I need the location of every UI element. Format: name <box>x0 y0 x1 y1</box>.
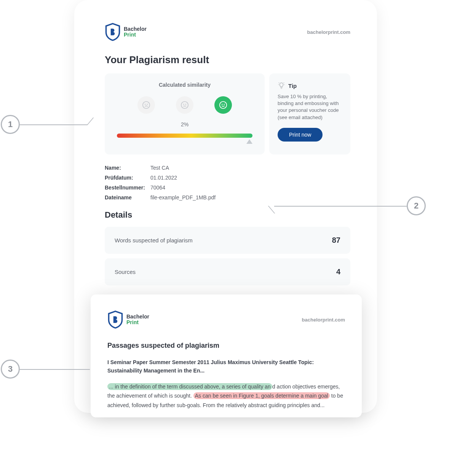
brand-logo-2: Bachelor Print <box>107 310 149 329</box>
stat-words-label: Words suspected of plagiarism <box>115 237 193 244</box>
meta-value-name: Test CA <box>150 165 169 171</box>
similarity-marker-icon <box>246 139 252 144</box>
seminar-info: I Seminar Paper Summer Semester 2011 Jul… <box>107 358 345 375</box>
meta-value-order: 70064 <box>150 185 165 191</box>
brand-name-2: Bachelor Print <box>126 314 149 325</box>
report-header: Bachelor Print bachelorprint.com <box>105 23 350 41</box>
stat-sources-value: 4 <box>336 267 340 276</box>
svg-point-7 <box>222 104 222 105</box>
similarity-marker-row <box>117 139 252 146</box>
face-happy-icon <box>214 96 232 114</box>
stat-sources: Sources 4 <box>105 258 350 285</box>
logo-shield-icon <box>107 310 123 329</box>
svg-point-3 <box>181 102 188 108</box>
tip-heading: Tip <box>288 83 297 89</box>
lightbulb-icon <box>278 82 285 89</box>
passages-card: Bachelor Print bachelorprint.com Passage… <box>91 294 362 417</box>
tip-heading-row: Tip <box>278 82 342 89</box>
page-title: Your Plagiarism result <box>105 54 350 66</box>
annotation-badge-3: 3 <box>1 360 20 379</box>
svg-point-8 <box>224 104 224 105</box>
excerpt-highlight-red: As can be seen in Figure 1, goals determ… <box>193 392 330 399</box>
brand-name2-line2: Print <box>126 320 149 325</box>
seminar-line1: I Seminar Paper Summer Semester 2011 Jul… <box>107 359 314 365</box>
meta-value-date: 01.01.2022 <box>150 175 177 181</box>
svg-point-5 <box>185 104 186 105</box>
svg-point-4 <box>184 104 184 105</box>
meta-value-file: file-example_PDF_1MB.pdf <box>150 194 216 201</box>
print-now-button[interactable]: Print now <box>278 128 323 142</box>
similarity-gradient-bar <box>117 134 252 138</box>
stat-sources-label: Sources <box>115 269 136 275</box>
annotation-badge-1: 1 <box>1 115 20 134</box>
svg-point-1 <box>145 104 145 105</box>
site-url-2: bachelorprint.com <box>302 317 345 323</box>
meta-label-name: Name: <box>105 165 150 171</box>
tip-panel: Tip Save 10 % by printing, binding and e… <box>269 73 350 154</box>
similarity-label: Calculated similarity <box>115 82 255 88</box>
meta-table: Name: Test CA Prüfdatum: 01.01.2022 Best… <box>105 163 350 202</box>
logo-shield-icon <box>105 23 121 41</box>
svg-point-0 <box>143 102 150 108</box>
seminar-line2: Sustainability Management in the En... <box>107 368 204 374</box>
annotation-badge-2: 2 <box>407 196 426 215</box>
excerpt-text: ... in the definition of the term discus… <box>107 382 345 410</box>
svg-point-2 <box>147 104 147 105</box>
similarity-panel: Calculated similarity <box>105 73 265 154</box>
meta-label-date: Prüfdatum: <box>105 175 150 181</box>
meta-label-order: Bestellnummer: <box>105 185 150 191</box>
tip-text: Save 10 % by printing, binding and embos… <box>278 93 342 121</box>
annotation-connector-3 <box>20 369 90 370</box>
brand-name: Bachelor Print <box>124 26 147 37</box>
meta-row-date: Prüfdatum: 01.01.2022 <box>105 173 350 183</box>
meta-row-name: Name: Test CA <box>105 163 350 173</box>
excerpt-highlight-green: ... in the definition of the term discus… <box>107 383 272 390</box>
site-url: bachelorprint.com <box>307 29 350 35</box>
passages-header: Bachelor Print bachelorprint.com <box>107 310 345 329</box>
svg-point-6 <box>220 102 227 108</box>
face-neutral-icon <box>176 96 193 114</box>
stat-words-suspected: Words suspected of plagiarism 87 <box>105 227 350 254</box>
summary-panels: Calculated similarity <box>105 73 350 154</box>
brand-logo: Bachelor Print <box>105 23 147 41</box>
brand-name-line2: Print <box>124 32 147 38</box>
meta-label-file: Dateiname <box>105 194 150 201</box>
brand-name2-line1: Bachelor <box>126 314 149 320</box>
similarity-percent: 2% <box>115 121 255 127</box>
details-heading: Details <box>105 210 350 220</box>
passages-heading: Passages suspected of plagiarism <box>107 342 345 350</box>
stat-words-value: 87 <box>332 236 340 245</box>
face-sad-icon <box>137 96 155 114</box>
brand-name-line1: Bachelor <box>124 26 147 32</box>
meta-row-order: Bestellnummer: 70064 <box>105 183 350 193</box>
mood-faces <box>115 96 255 114</box>
meta-row-file: Dateiname file-example_PDF_1MB.pdf <box>105 193 350 202</box>
annotation-connector-1 <box>20 124 88 125</box>
annotation-connector-2 <box>274 206 407 207</box>
